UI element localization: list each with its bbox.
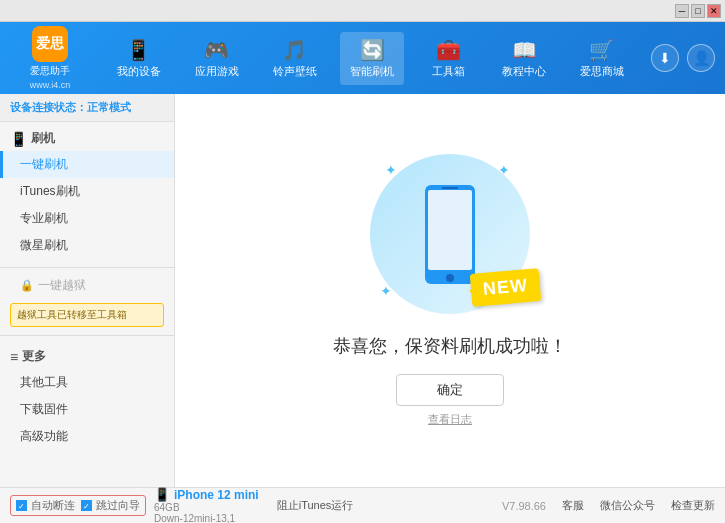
flash-group-label: 刷机: [31, 130, 55, 147]
nav-store[interactable]: 🛒 爱思商城: [570, 32, 634, 85]
sidebar-group-more: ≡ 更多: [0, 344, 174, 369]
auto-disconnect-checkbox[interactable]: [16, 500, 27, 511]
nav-store-label: 爱思商城: [580, 64, 624, 79]
sidebar-divider-2: [0, 335, 174, 336]
pro-label: 专业刷机: [20, 211, 68, 225]
nav-apps-label: 应用游戏: [195, 64, 239, 79]
device-info: 📱 iPhone 12 mini 64GB Down-12mini-13,1: [154, 487, 259, 523]
illustration: ✦ ✦ ✦ NEW: [370, 154, 530, 314]
device-name-row: 📱 iPhone 12 mini: [154, 487, 259, 502]
more-group-label: 更多: [22, 348, 46, 365]
sidebar-item-jailbreak: 🔒 一键越狱: [0, 272, 174, 299]
success-message: 恭喜您，保资料刷机成功啦！: [333, 334, 567, 358]
lock-icon: 🔒: [20, 279, 34, 292]
sidebar-item-other-tools[interactable]: 其他工具: [0, 369, 174, 396]
more-group-icon: ≡: [10, 349, 18, 365]
checkbox-group-container: 自动断连 跳过向导: [10, 495, 146, 516]
version-text: V7.98.66: [502, 500, 546, 512]
update-link[interactable]: 检查更新: [671, 498, 715, 513]
nav-flash-label: 智能刷机: [350, 64, 394, 79]
body: 设备连接状态：正常模式 📱 刷机 一键刷机 iTunes刷机 专业刷机 微星刷机: [0, 94, 725, 487]
nav-bar: 📱 我的设备 🎮 应用游戏 🎵 铃声壁纸 🔄 智能刷机 🧰 工具箱 📖: [100, 32, 641, 85]
checkbox-skip-wizard: 跳过向导: [81, 498, 140, 513]
service-link[interactable]: 客服: [562, 498, 584, 513]
footer-left: 自动断连 跳过向导 📱 iPhone 12 mini 64GB Down-12m…: [10, 487, 353, 523]
skip-wizard-checkbox[interactable]: [81, 500, 92, 511]
sidebar-divider-1: [0, 267, 174, 268]
sidebar-flash-section: 📱 刷机 一键刷机 iTunes刷机 专业刷机 微星刷机: [0, 122, 174, 263]
jailbreak-notice: 越狱工具已转移至工具箱: [10, 303, 164, 327]
advanced-label: 高级功能: [20, 429, 68, 443]
nav-ringtone-icon: 🎵: [282, 38, 307, 62]
skip-wizard-label: 跳过向导: [96, 498, 140, 513]
sparkle-1: ✦: [385, 162, 397, 178]
nav-device-label: 我的设备: [117, 64, 161, 79]
status-label: 设备连接状态：: [10, 101, 87, 113]
nav-store-icon: 🛒: [589, 38, 614, 62]
footer-right: V7.98.66 客服 微信公众号 检查更新: [502, 498, 715, 513]
sidebar-item-itunes[interactable]: iTunes刷机: [0, 178, 174, 205]
svg-rect-1: [428, 190, 472, 270]
sparkle-3: ✦: [380, 283, 392, 299]
device-icon: 📱: [154, 487, 170, 502]
flash-group-icon: 📱: [10, 131, 27, 147]
other-tools-label: 其他工具: [20, 375, 68, 389]
footer: 自动断连 跳过向导 📱 iPhone 12 mini 64GB Down-12m…: [0, 487, 725, 523]
nav-toolbox[interactable]: 🧰 工具箱: [418, 32, 478, 85]
auto-disconnect-label: 自动断连: [31, 498, 75, 513]
window-controls[interactable]: ─ □ ✕: [675, 4, 721, 18]
close-btn[interactable]: ✕: [707, 4, 721, 18]
main-content: ✦ ✦ ✦ NEW: [175, 94, 725, 487]
svg-rect-3: [442, 187, 458, 189]
itunes-label: iTunes刷机: [20, 184, 80, 198]
nav-toolbox-label: 工具箱: [432, 64, 465, 79]
nav-tutorial[interactable]: 📖 教程中心: [492, 32, 556, 85]
device-name-text: iPhone 12 mini: [174, 488, 259, 502]
logo-text: 爱思助手: [30, 64, 70, 78]
minimize-btn[interactable]: ─: [675, 4, 689, 18]
nav-tutorial-icon: 📖: [512, 38, 537, 62]
nav-ringtone[interactable]: 🎵 铃声壁纸: [263, 32, 327, 85]
nav-smart-flash[interactable]: 🔄 智能刷机: [340, 32, 404, 85]
download-btn[interactable]: ⬇: [651, 44, 679, 72]
title-bar: ─ □ ✕: [0, 0, 725, 22]
logo-subtext: www.i4.cn: [30, 80, 71, 90]
checkbox-auto-disconnect: 自动断连: [16, 498, 75, 513]
sidebar: 设备连接状态：正常模式 📱 刷机 一键刷机 iTunes刷机 专业刷机 微星刷机: [0, 94, 175, 487]
wechat-link[interactable]: 微信公众号: [600, 498, 655, 513]
download-firmware-label: 下载固件: [20, 402, 68, 416]
app-container: 爱思 爱思助手 www.i4.cn 📱 我的设备 🎮 应用游戏 🎵 铃声壁纸 🔄…: [0, 22, 725, 523]
nav-apps-games[interactable]: 🎮 应用游戏: [185, 32, 249, 85]
sparkle-2: ✦: [498, 162, 510, 178]
sidebar-item-download-firmware[interactable]: 下载固件: [0, 396, 174, 423]
restore-btn[interactable]: □: [691, 4, 705, 18]
header-actions: ⬇ 👤: [651, 44, 715, 72]
nav-apps-icon: 🎮: [204, 38, 229, 62]
device-status: 设备连接状态：正常模式: [0, 94, 174, 122]
nav-tutorial-label: 教程中心: [502, 64, 546, 79]
notice-text: 越狱工具已转移至工具箱: [17, 309, 127, 320]
sidebar-group-flash: 📱 刷机: [0, 126, 174, 151]
jailbreak-label: 一键越狱: [38, 277, 86, 294]
micro-label: 微星刷机: [20, 238, 68, 252]
nav-my-device[interactable]: 📱 我的设备: [107, 32, 171, 85]
nav-flash-icon: 🔄: [360, 38, 385, 62]
sidebar-item-advanced[interactable]: 高级功能: [0, 423, 174, 450]
device-firmware: Down-12mini-13,1: [154, 513, 259, 523]
nav-device-icon: 📱: [126, 38, 151, 62]
sidebar-item-pro[interactable]: 专业刷机: [0, 205, 174, 232]
confirm-button[interactable]: 确定: [396, 374, 504, 406]
user-btn[interactable]: 👤: [687, 44, 715, 72]
stop-itunes-link[interactable]: 阻止iTunes运行: [277, 498, 354, 513]
nav-ringtone-label: 铃声壁纸: [273, 64, 317, 79]
sidebar-more-section: ≡ 更多 其他工具 下载固件 高级功能: [0, 340, 174, 454]
sidebar-item-onekey[interactable]: 一键刷机: [0, 151, 174, 178]
header: 爱思 爱思助手 www.i4.cn 📱 我的设备 🎮 应用游戏 🎵 铃声壁纸 🔄…: [0, 22, 725, 94]
log-link[interactable]: 查看日志: [428, 412, 472, 427]
sidebar-item-micro[interactable]: 微星刷机: [0, 232, 174, 259]
logo: 爱思 爱思助手 www.i4.cn: [10, 26, 90, 90]
logo-icon: 爱思: [32, 26, 68, 62]
phone-circle: ✦ ✦ ✦ NEW: [370, 154, 530, 314]
nav-toolbox-icon: 🧰: [436, 38, 461, 62]
status-value: 正常模式: [87, 101, 131, 113]
